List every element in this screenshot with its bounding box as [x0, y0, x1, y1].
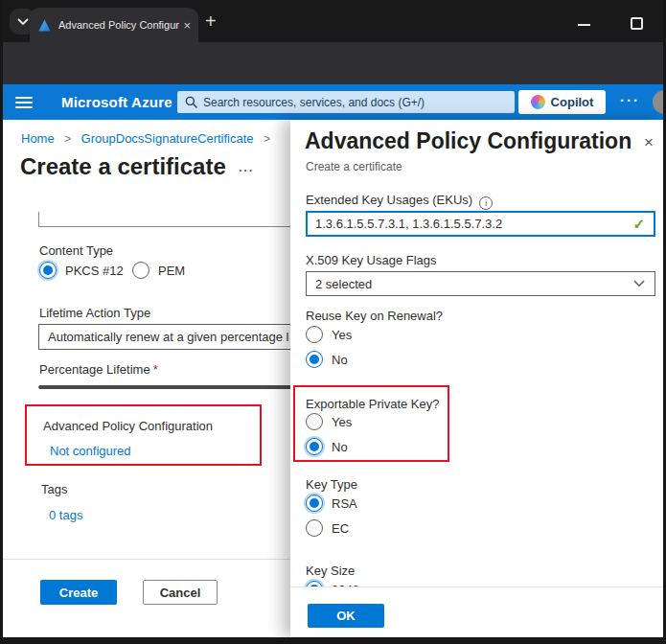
azure-search-placeholder: Search resources, services, and docs (G+…	[203, 96, 425, 109]
hamburger-menu-button[interactable]	[15, 97, 33, 111]
create-button[interactable]: Create	[40, 580, 117, 605]
radio-unselected-icon[interactable]	[132, 262, 149, 279]
eku-input[interactable]: 1.3.6.1.5.5.7.3.1, 1.3.6.1.5.5.7.3.2 ✓	[306, 211, 655, 237]
radio-label: PEM	[158, 264, 185, 278]
valid-check-icon: ✓	[632, 216, 645, 233]
key-type-option-rsa[interactable]: RSA	[306, 494, 357, 512]
radio-label: No	[332, 440, 348, 454]
radio-label: No	[332, 353, 348, 367]
eku-value: 1.3.6.1.5.5.7.3.1, 1.3.6.1.5.5.7.3.2	[315, 217, 632, 231]
breadcrumb-certificate-link[interactable]: GroupDocsSignatureCertificate	[81, 131, 254, 146]
exportable-key-annotation-box: Exportable Private Key? Yes No	[293, 385, 449, 462]
tab-close-icon[interactable]: ×	[183, 18, 191, 33]
radio-selected-icon[interactable]	[306, 438, 323, 455]
tab-title: Advanced Policy Configuration	[58, 19, 179, 31]
reuse-key-option-yes[interactable]: Yes	[306, 326, 352, 343]
radio-unselected-icon[interactable]	[306, 326, 323, 343]
advanced-policy-label: Advanced Policy Configuration	[43, 419, 213, 433]
copilot-label: Copilot	[551, 95, 594, 109]
required-asterisk: *	[153, 362, 158, 377]
radio-label: Yes	[332, 328, 352, 342]
radio-label: RSA	[332, 496, 357, 511]
window-minimize-button[interactable]	[578, 24, 590, 26]
azure-header: Microsoft Azure Search resources, servic…	[0, 84, 666, 120]
radio-label: PKCS #12	[65, 264, 124, 278]
breadcrumb: Home > GroupDocsSignatureCertificate >	[21, 129, 276, 147]
breadcrumb-separator: >	[264, 132, 270, 146]
breadcrumb-home-link[interactable]: Home	[21, 131, 55, 146]
search-icon	[185, 96, 197, 108]
copilot-button[interactable]: Copilot	[518, 90, 606, 114]
exportable-key-label: Exportable Private Key?	[306, 397, 439, 411]
eku-label: Extended Key Usages (EKUs)	[306, 193, 472, 207]
azure-brand[interactable]: Microsoft Azure	[61, 94, 172, 110]
advanced-policy-configuration-panel: Advanced Policy Configuration × Create a…	[290, 120, 663, 637]
eku-label-row: Extended Key Usages (EKUs)i	[306, 191, 493, 210]
radio-selected-icon[interactable]	[39, 262, 57, 279]
new-tab-button[interactable]: +	[205, 11, 217, 33]
exportable-key-option-no[interactable]: No	[306, 438, 348, 455]
window-maximize-button[interactable]	[631, 17, 643, 30]
browser-tab[interactable]: Advanced Policy Configuration ×	[30, 8, 198, 42]
lifetime-action-type-dropdown[interactable]: Automatically renew at a given percentag…	[38, 324, 290, 350]
radio-unselected-icon[interactable]	[306, 413, 323, 430]
footer-divider	[3, 559, 290, 560]
key-usage-flags-dropdown[interactable]: 2 selected	[306, 271, 655, 296]
lifetime-action-type-value: Automatically renew at a given percentag…	[48, 330, 288, 344]
page-more-button[interactable]: ···	[239, 163, 254, 177]
panel-close-icon[interactable]: ×	[638, 132, 659, 153]
panel-footer: OK	[290, 586, 663, 637]
content-type-option-pem[interactable]: PEM	[132, 262, 185, 279]
create-certificate-page: Home > GroupDocsSignatureCertificate > C…	[3, 120, 290, 637]
copilot-icon	[531, 95, 545, 109]
reuse-key-option-no[interactable]: No	[306, 351, 348, 368]
tags-link[interactable]: 0 tags	[49, 508, 82, 522]
window-frame	[0, 0, 3, 644]
key-usage-flags-label: X.509 Key Usage Flags	[306, 253, 437, 267]
info-icon[interactable]: i	[479, 196, 493, 210]
radio-selected-icon[interactable]	[306, 494, 323, 512]
lifetime-action-type-label: Lifetime Action Type	[39, 306, 150, 320]
header-more-button[interactable]: ···	[620, 92, 640, 108]
partial-input-field[interactable]	[38, 212, 290, 227]
page-title: Create a certificate	[20, 153, 226, 180]
radio-label: EC	[332, 521, 349, 536]
percentage-lifetime-slider[interactable]	[38, 385, 290, 389]
content-type-option-pkcs12[interactable]: PKCS #12	[39, 262, 124, 279]
key-usage-flags-value: 2 selected	[315, 277, 633, 291]
ok-button[interactable]: OK	[308, 604, 384, 628]
chevron-down-icon	[633, 280, 645, 288]
azure-favicon	[37, 18, 52, 33]
not-configured-link[interactable]: Not configured	[50, 444, 131, 458]
browser-window: Advanced Policy Configuration × + ← →	[0, 0, 666, 644]
panel-title: Advanced Policy Configuration	[305, 128, 632, 154]
advanced-policy-annotation-box: Advanced Policy Configuration Not config…	[25, 404, 262, 466]
radio-label: Yes	[332, 415, 352, 429]
breadcrumb-separator: >	[64, 132, 71, 146]
window-frame	[0, 637, 666, 644]
exportable-key-option-yes[interactable]: Yes	[306, 413, 352, 430]
reuse-key-label: Reuse Key on Renewal?	[306, 309, 443, 323]
browser-toolbar: ← → portal.azure.co...	[0, 42, 666, 84]
panel-subtitle: Create a certificate	[306, 160, 402, 173]
azure-search-box[interactable]: Search resources, services, and docs (G+…	[177, 91, 515, 113]
key-type-option-ec[interactable]: EC	[306, 519, 349, 537]
cancel-button[interactable]: Cancel	[143, 580, 218, 605]
chevron-down-icon	[17, 18, 29, 26]
radio-unselected-icon[interactable]	[306, 519, 323, 537]
radio-selected-icon[interactable]	[306, 351, 323, 368]
content-type-label: Content Type	[39, 243, 113, 258]
key-type-label: Key Type	[306, 477, 357, 492]
browser-titlebar: Advanced Policy Configuration × +	[0, 0, 666, 42]
key-size-label: Key Size	[306, 564, 355, 578]
tags-label: Tags	[41, 482, 67, 496]
percentage-lifetime-label: Percentage Lifetime*	[39, 360, 158, 378]
